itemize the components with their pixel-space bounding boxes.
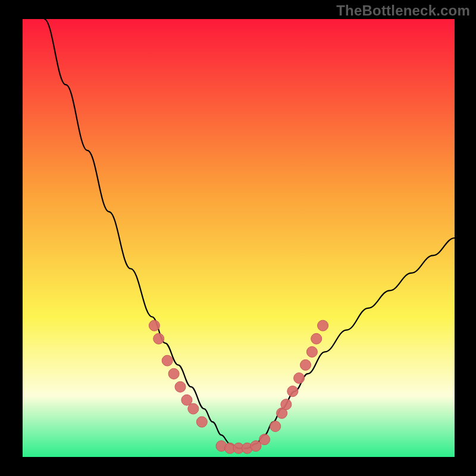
data-marker: [175, 381, 186, 392]
data-marker: [300, 359, 311, 370]
data-marker: [196, 416, 207, 427]
data-marker: [188, 403, 199, 414]
data-marker: [281, 399, 292, 410]
data-marker: [250, 441, 261, 452]
watermark-text: TheBottleneck.com: [336, 2, 470, 19]
data-marker: [306, 346, 317, 357]
bottleneck-chart: [23, 19, 455, 457]
data-marker: [181, 394, 192, 405]
gradient-background: [23, 19, 455, 457]
data-marker: [162, 355, 173, 366]
data-marker: [311, 333, 322, 344]
data-marker: [287, 386, 298, 397]
chart-frame: TheBottleneck.com: [0, 0, 476, 476]
plot-area: [23, 19, 455, 457]
data-marker: [154, 333, 164, 344]
data-marker: [318, 320, 328, 331]
data-marker: [149, 320, 159, 331]
data-marker: [270, 421, 281, 432]
data-marker: [294, 373, 305, 384]
data-marker: [168, 368, 179, 379]
data-marker: [259, 434, 270, 445]
